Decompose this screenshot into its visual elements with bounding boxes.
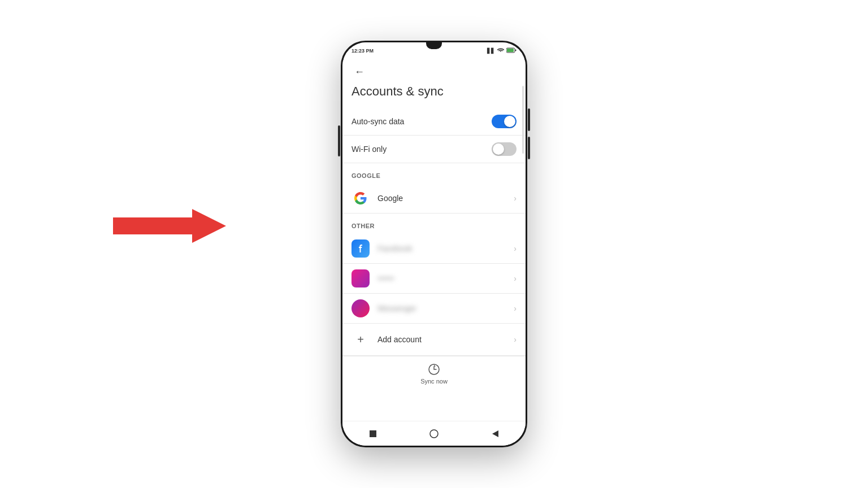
facebook-account-row[interactable]: Facebook › xyxy=(342,234,526,263)
svg-rect-2 xyxy=(507,49,514,52)
facebook-chevron-icon: › xyxy=(514,244,517,253)
app2-icon xyxy=(351,269,370,287)
nav-triangle-icon xyxy=(491,429,500,438)
sync-icon xyxy=(428,363,440,376)
nav-circle-button[interactable] xyxy=(426,425,442,442)
app3-chevron-icon: › xyxy=(514,304,517,313)
battery-icon xyxy=(506,47,517,54)
screen-content: ← Accounts & sync Auto-sync data xyxy=(342,59,526,446)
add-icon: + xyxy=(351,330,370,348)
svg-marker-0 xyxy=(113,209,226,243)
app2-account-name: •••••• xyxy=(377,274,514,283)
wifi-only-toggle[interactable] xyxy=(492,142,517,156)
wifi-only-row[interactable]: Wi-Fi only xyxy=(342,136,526,163)
nav-bar xyxy=(342,421,526,446)
app2-chevron-icon: › xyxy=(514,274,517,283)
volume-down-button[interactable] xyxy=(528,137,530,159)
app3-icon xyxy=(351,299,370,317)
app3-account-row[interactable]: Messenger › xyxy=(342,294,526,323)
nav-circle-icon xyxy=(429,429,439,439)
app2-account-row[interactable]: •••••• › xyxy=(342,264,526,293)
auto-sync-label: Auto-sync data xyxy=(351,117,404,126)
app3-account-name: Messenger xyxy=(377,304,514,313)
nav-square-icon xyxy=(368,429,377,438)
power-button[interactable] xyxy=(338,125,340,156)
facebook-account-name: Facebook xyxy=(377,244,514,253)
facebook-icon xyxy=(351,239,370,258)
red-arrow xyxy=(113,209,226,243)
auto-sync-toggle[interactable] xyxy=(492,115,517,128)
app3-account-icon xyxy=(351,299,370,317)
facebook-account-icon xyxy=(351,239,370,258)
top-bar: ← xyxy=(342,59,526,82)
status-time: 12:23 PM xyxy=(351,48,374,54)
svg-rect-3 xyxy=(515,50,517,51)
wifi-icon xyxy=(497,47,504,54)
svg-marker-7 xyxy=(492,430,498,437)
back-arrow-icon: ← xyxy=(354,66,364,78)
volume-up-button[interactable] xyxy=(528,108,530,131)
google-account-icon xyxy=(351,189,370,207)
plus-icon: + xyxy=(357,333,364,346)
status-bar: 12:23 PM ▋▋ xyxy=(342,42,526,59)
sync-now-label: Sync now xyxy=(420,378,448,385)
google-account-name: Google xyxy=(377,194,514,203)
scroll-indicator xyxy=(522,86,524,154)
notch xyxy=(426,42,442,49)
settings-list: Auto-sync data Wi-Fi only xyxy=(342,108,526,421)
back-button[interactable]: ← xyxy=(351,64,367,80)
svg-point-6 xyxy=(430,430,438,438)
phone-screen: 12:23 PM ▋▋ ← xyxy=(342,42,526,446)
nav-square-button[interactable] xyxy=(364,425,381,442)
svg-rect-5 xyxy=(370,430,376,437)
app2-account-icon xyxy=(351,269,370,287)
add-account-row[interactable]: + Add account › xyxy=(342,324,526,355)
nav-back-button[interactable] xyxy=(487,425,504,442)
google-chevron-icon: › xyxy=(514,194,517,203)
phone-shell: 12:23 PM ▋▋ ← xyxy=(341,41,527,447)
auto-sync-row[interactable]: Auto-sync data xyxy=(342,108,526,135)
signal-icon: ▋▋ xyxy=(487,48,495,54)
auto-sync-knob xyxy=(504,116,515,127)
google-section-header: GOOGLE xyxy=(342,163,526,184)
status-icons: ▋▋ xyxy=(487,47,517,54)
page-title: Accounts & sync xyxy=(342,82,526,108)
add-account-chevron-icon: › xyxy=(514,335,517,344)
add-account-label: Add account xyxy=(377,335,514,344)
scene: 12:23 PM ▋▋ ← xyxy=(0,0,868,488)
google-account-row[interactable]: Google › xyxy=(342,184,526,213)
wifi-only-knob xyxy=(493,143,504,155)
sync-now-section[interactable]: Sync now xyxy=(342,356,526,391)
other-section-header: OTHER xyxy=(342,213,526,234)
wifi-only-label: Wi-Fi only xyxy=(351,145,387,154)
